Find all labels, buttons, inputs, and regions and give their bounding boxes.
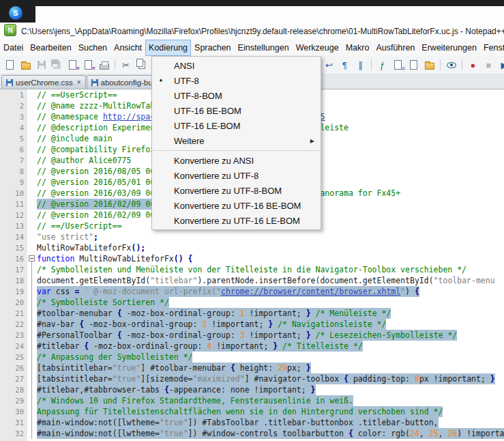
document-map-button[interactable]: ≡ <box>391 58 405 72</box>
show-indent-guide-button[interactable]: ∥ <box>353 58 368 72</box>
line-number: 12 <box>0 210 27 220</box>
code-line-24[interactable]: 24#titlebar { -moz-box-ordinal-group: 4 … <box>0 341 504 352</box>
cut-button[interactable]: ✂ <box>119 58 133 72</box>
menu-item-utf-8-bom[interactable]: UTF-8-BOM <box>152 88 321 103</box>
tab-label: userChrome.css <box>16 79 73 87</box>
menu-item-utf-16-be-bom[interactable]: UTF-16 BE-BOM <box>152 103 321 118</box>
code-text: // @compatibility Firefox 48 <box>37 144 169 155</box>
menu-item-label: UTF-8-BOM <box>174 91 321 101</box>
line-number: 32 <box>0 428 27 439</box>
monitoring-icon <box>447 62 456 68</box>
menubar-item-ansicht[interactable]: Ansicht <box>110 40 145 56</box>
code-line-15[interactable]: 15MultiRowTabLiteforFx(); <box>0 242 504 253</box>
line-number: 18 <box>0 275 27 286</box>
fold-margin <box>27 264 37 275</box>
code-line-19[interactable]: 19var css = ` @-moz-document url-prefix(… <box>0 286 504 297</box>
code-line-32[interactable]: 32#main-window:not([lwtheme="true"]) #wi… <box>0 428 504 439</box>
code-line-23[interactable]: 23#PersonalToolbar { -moz-box-ordinal-gr… <box>0 330 504 341</box>
line-number: 15 <box>0 242 27 253</box>
code-line-31[interactable]: 31#main-window:not([lwtheme="true"]) #Ta… <box>0 417 504 428</box>
line-number: 25 <box>0 352 27 362</box>
tab-userchrome-css[interactable]: userChrome.css× <box>1 75 86 89</box>
menubar-item-sprachen[interactable]: Sprachen <box>191 40 235 56</box>
menubar-item-bearbeiten[interactable]: Bearbeiten <box>27 40 74 56</box>
code-text: [tabsintitlebar="true"] #toolbar-menubar… <box>37 362 311 373</box>
menu-item-label: Konvertiere zu ANSI <box>174 156 321 166</box>
fold-margin <box>27 308 37 319</box>
menubar-item-suchen[interactable]: Suchen <box>75 40 110 56</box>
code-text: // @include main <box>37 133 113 144</box>
menu-item-utf-16-le-bom[interactable]: UTF-16 LE-BOM <box>152 118 321 133</box>
menu-item-utf-8[interactable]: ●UTF-8 <box>152 73 321 88</box>
cut-icon: ✂ <box>122 61 130 70</box>
code-text: var css = ` @-moz-document url-prefix("c… <box>37 286 419 297</box>
menubar-item-einstellungen[interactable]: Einstellungen <box>235 40 293 56</box>
function-list-button[interactable]: ƒ <box>375 58 389 72</box>
code-line-26[interactable]: 26[tabsintitlebar="true"] #toolbar-menub… <box>0 362 504 373</box>
menu-item-konvertiere-zu-utf-8-bom[interactable]: Konvertiere zu UTF-8-BOM <box>152 183 321 198</box>
fold-margin <box>27 406 37 417</box>
line-number: 6 <box>0 144 27 155</box>
monitoring-button[interactable] <box>444 58 458 72</box>
close-all-button[interactable]: × <box>81 58 95 72</box>
record-macro-button[interactable]: ● <box>466 58 480 72</box>
close-file-button[interactable]: × <box>65 58 80 72</box>
menu-item-ansi[interactable]: ANSI <box>152 58 321 73</box>
code-text: #titlebar { -moz-box-ordinal-group: 4 !i… <box>37 341 363 352</box>
fold-margin <box>27 220 37 231</box>
menubar-item-fenster[interactable]: Fenster <box>480 40 504 56</box>
fold-margin <box>27 133 37 144</box>
menubar-item-datei[interactable]: Datei <box>0 40 27 56</box>
code-line-22[interactable]: 22#nav-bar { -moz-box-ordinal-group: 2 !… <box>0 319 504 330</box>
word-wrap-button[interactable]: ↩ <box>322 58 336 72</box>
fold-margin <box>27 286 37 297</box>
fold-margin <box>27 275 37 286</box>
code-line-28[interactable]: 28#titlebar,#tabbrowser-tabs {-appearanc… <box>0 384 504 395</box>
open-file-button[interactable] <box>18 58 33 72</box>
code-text: function MultiRowTabLiteforFx() { <box>37 253 193 264</box>
code-line-21[interactable]: 21#toolbar-menubar { -moz-box-ordinal-gr… <box>0 308 504 319</box>
fold-margin <box>27 177 37 188</box>
code-text: // ==/UserScript== <box>37 220 122 231</box>
print-button[interactable] <box>97 58 111 72</box>
tab-close-icon[interactable]: × <box>77 79 81 86</box>
code-line-18[interactable]: 18document.getElementById("titlebar").pa… <box>0 275 504 286</box>
fold-margin <box>27 155 37 166</box>
folder-as-workspace-button[interactable] <box>422 58 436 72</box>
code-line-16[interactable]: 16function MultiRowTabLiteforFx() { <box>0 253 504 264</box>
show-all-characters-button[interactable]: ¶ <box>338 58 352 72</box>
copy-button[interactable] <box>134 58 149 72</box>
menu-item-konvertiere-zu-ansi[interactable]: Konvertiere zu ANSI <box>152 153 321 168</box>
line-number: 27 <box>0 373 27 384</box>
menu-item-konvertiere-zu-utf-8[interactable]: Konvertiere zu UTF-8 <box>152 168 321 183</box>
fold-collapse-icon[interactable] <box>29 255 35 261</box>
snagit-icon: S <box>9 6 23 20</box>
fold-margin <box>27 428 37 439</box>
menu-item-konvertiere-zu-utf-16-le-bom[interactable]: Konvertiere zu UTF-16 LE-BOM <box>152 213 321 228</box>
code-text: /* Anpassung der Symbolleisten */ <box>37 352 192 362</box>
code-line-25[interactable]: 25/* Anpassung der Symbolleisten */ <box>0 352 504 362</box>
document-list-button[interactable] <box>406 58 421 72</box>
tab-saved-icon <box>6 79 13 86</box>
code-line-14[interactable]: 14"use strict"; <box>0 231 504 242</box>
code-line-30[interactable]: 30Anpassung für Titelleistenschaltfläche… <box>0 406 504 417</box>
code-line-27[interactable]: 27[tabsintitlebar="true"][sizemode="maxi… <box>0 373 504 384</box>
menubar-item-makro[interactable]: Makro <box>342 40 373 56</box>
menubar-item-erweiterungen[interactable]: Erweiterungen <box>418 40 480 56</box>
window-title: C:\Users\jens_\AppData\Roaming\Mozilla\F… <box>21 27 504 36</box>
new-file-button[interactable] <box>3 58 17 72</box>
menubar-item-kodierung[interactable]: Kodierung <box>145 40 191 56</box>
fold-margin <box>27 373 37 384</box>
menu-item-konvertiere-zu-utf-16-be-bom[interactable]: Konvertiere zu UTF-16 BE-BOM <box>152 198 321 213</box>
playback-macro-button[interactable]: ▶ <box>497 58 504 72</box>
code-line-17[interactable]: 17/* Symbolleisten und Menüleiste von de… <box>0 264 504 275</box>
tab-saved-icon <box>91 79 98 86</box>
menubar-item-ausf-hren[interactable]: Ausführen <box>372 40 418 56</box>
code-text: [tabsintitlebar="true"][sizemode="maximi… <box>37 373 495 384</box>
menu-item-weitere[interactable]: Weitere▶ <box>152 133 321 148</box>
line-number: 2 <box>0 100 27 111</box>
menu-item-label: Weitere <box>174 136 310 146</box>
code-line-20[interactable]: 20/* Symbolleiste Sortieren */ <box>0 297 504 308</box>
menubar-item-werkzeuge[interactable]: Werkzeuge <box>293 40 342 56</box>
code-line-29[interactable]: 29/* Windows 10 und Firefox Standardthem… <box>0 395 504 406</box>
